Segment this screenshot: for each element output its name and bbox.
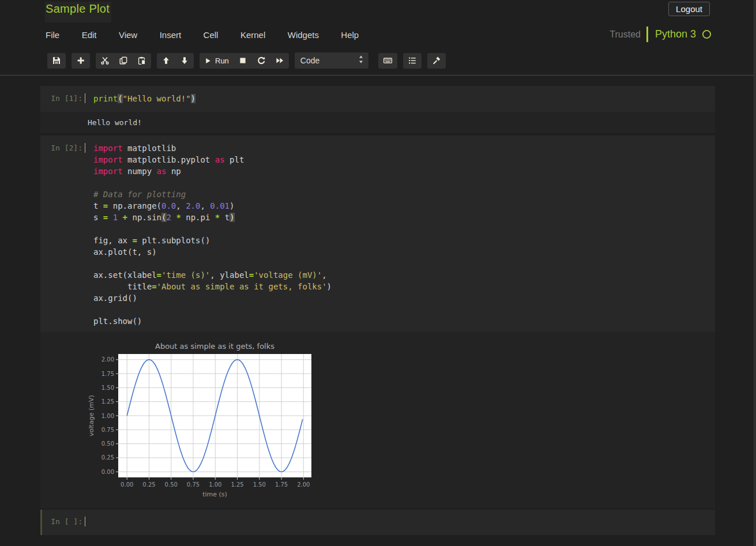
menu-item-file[interactable]: File	[46, 30, 59, 40]
kernel-cluster: Trusted Python 3	[610, 27, 712, 42]
x-tick-label: 1.75	[275, 481, 288, 488]
chart-title: About as simple as it gets, folks	[155, 342, 274, 351]
run-button-label: Run	[215, 57, 229, 65]
x-tick-label: 0.50	[165, 481, 178, 488]
empty-code-cell[interactable]: In [ ]:	[40, 510, 715, 535]
keyboard-icon	[383, 56, 393, 65]
y-tick-label: 0.00	[101, 469, 114, 475]
x-tick-label: 0.25	[142, 481, 155, 488]
add-cell-icon	[76, 56, 85, 65]
y-tick-label: 2.00	[101, 356, 114, 363]
cell-1-output-text: Hello world!	[88, 112, 142, 133]
cell-1-output-area: Hello world!	[40, 112, 715, 133]
save-icon	[52, 56, 61, 65]
play-icon	[204, 57, 212, 65]
save-button[interactable]	[47, 53, 66, 69]
y-tick-label: 1.75	[101, 371, 114, 377]
cell-type-select[interactable]: Code	[295, 52, 368, 69]
restart-run-all-button[interactable]	[270, 53, 289, 69]
trusted-label: Trusted	[610, 29, 641, 40]
stop-icon	[238, 56, 247, 65]
menu-item-kernel[interactable]: Kernel	[240, 30, 265, 40]
x-tick-label: 0.75	[187, 481, 200, 488]
matplotlib-figure: 0.000.250.500.751.001.251.501.752.000.00…	[86, 339, 323, 503]
cell-1-input-prompt: In [1]:	[40, 93, 88, 104]
restart-kernel-icon	[257, 56, 266, 65]
cell-2-input-area[interactable]: In [2]: import matplotlibimport matplotl…	[40, 135, 715, 332]
scrollbar[interactable]	[754, 0, 756, 546]
menu-item-help[interactable]: Help	[341, 30, 359, 40]
empty-cell-input-area[interactable]: In [ ]:	[40, 510, 715, 535]
menu-item-widgets[interactable]: Widgets	[288, 30, 319, 40]
cell-1-input-area[interactable]: In [1]: print("Hello world!")	[40, 86, 715, 112]
menu-item-edit[interactable]: Edit	[82, 30, 97, 40]
restart-run-all-icon	[275, 56, 284, 65]
text-cursor	[85, 517, 85, 526]
notebook-title[interactable]: Sample Plot	[45, 2, 111, 22]
logout-button[interactable]: Logout	[668, 2, 710, 16]
toolbar: Run Code	[47, 52, 446, 69]
interrupt-kernel-button[interactable]	[234, 53, 252, 69]
x-tick-label: 2.00	[297, 481, 310, 488]
x-tick-label: 1.00	[209, 481, 221, 488]
cell-type-value: Code	[300, 56, 319, 65]
paste-icon	[137, 56, 146, 65]
x-axis-label: time (s)	[202, 491, 227, 498]
run-cell-button[interactable]: Run	[200, 53, 234, 69]
move-cell-up-button[interactable]	[157, 53, 175, 69]
y-axis-label: voltage (mV)	[88, 395, 95, 436]
y-tick-label: 0.25	[101, 454, 114, 461]
y-tick-label: 1.00	[101, 413, 114, 419]
cell-2-code-editor[interactable]: import matplotlibimport matplotlib.pyplo…	[88, 142, 715, 327]
cut-icon	[100, 56, 110, 65]
notebook-header: Sample Plot Logout File Edit View Insert…	[0, 0, 756, 76]
menubar: File Edit View Insert Cell Kernel Widget…	[46, 30, 378, 40]
toc-button[interactable]	[403, 53, 422, 69]
y-tick-label: 1.25	[101, 398, 114, 405]
code-cell-1[interactable]: In [1]: print("Hello world!") Hello worl…	[40, 86, 715, 133]
paste-cell-button[interactable]	[133, 53, 151, 69]
code-cell-2[interactable]: In [2]: import matplotlibimport matplotl…	[40, 135, 715, 508]
gavel-icon	[432, 56, 441, 65]
cell-2-output-area: 0.000.250.500.751.001.251.501.752.000.00…	[40, 332, 715, 508]
select-arrows-icon	[358, 55, 364, 66]
move-down-icon	[180, 56, 189, 65]
text-cursor	[85, 93, 85, 103]
text-cursor	[85, 143, 85, 153]
copy-cell-button[interactable]	[114, 53, 133, 69]
notebook-container: In [1]: print("Hello world!") Hello worl…	[0, 76, 756, 546]
menu-item-cell[interactable]: Cell	[204, 30, 219, 40]
restart-kernel-button[interactable]	[252, 53, 270, 69]
cell-1-code-editor[interactable]: print("Hello world!")	[88, 93, 715, 104]
x-tick-label: 1.50	[253, 481, 266, 488]
cell-2-input-prompt: In [2]:	[40, 142, 88, 327]
x-tick-label: 0.00	[121, 481, 133, 488]
kernel-indicator-icon	[702, 29, 712, 39]
move-up-icon	[161, 56, 171, 65]
y-tick-label: 0.75	[101, 427, 114, 433]
numbered-list-icon	[408, 56, 417, 65]
nbextensions-button[interactable]	[427, 53, 446, 69]
kernel-name: Python 3	[655, 28, 696, 40]
command-palette-button[interactable]	[378, 53, 397, 69]
notebook-title-text: Sample Plot	[46, 2, 110, 15]
x-tick-label: 1.25	[231, 481, 243, 488]
menu-item-view[interactable]: View	[119, 30, 137, 40]
menu-item-insert[interactable]: Insert	[160, 30, 182, 40]
y-tick-label: 1.50	[101, 385, 114, 391]
empty-cell-input-prompt: In [ ]:	[42, 516, 88, 528]
move-cell-down-button[interactable]	[175, 53, 194, 69]
empty-cell-code-editor[interactable]	[88, 516, 715, 528]
cell-1-output-prompt	[40, 112, 88, 133]
kernel-divider	[646, 27, 648, 42]
copy-icon	[119, 56, 128, 65]
y-tick-label: 0.50	[101, 440, 114, 447]
add-cell-button[interactable]	[72, 53, 90, 69]
cut-cell-button[interactable]	[96, 53, 114, 69]
